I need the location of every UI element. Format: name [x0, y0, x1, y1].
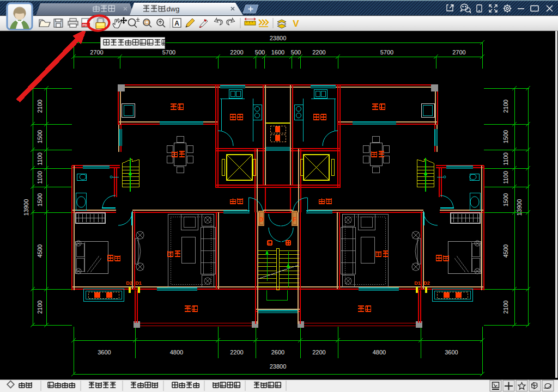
svg-text:500: 500: [255, 49, 265, 56]
svg-text:2100: 2100: [502, 100, 509, 113]
svg-text:F: F: [293, 216, 296, 223]
svg-text:5700: 5700: [162, 49, 175, 56]
svg-text:2600: 2600: [271, 349, 284, 356]
svg-text:1100: 1100: [502, 152, 509, 166]
svg-text:1100: 1100: [37, 171, 43, 184]
svg-text:4500: 4500: [37, 244, 43, 258]
svg-text:4500: 4500: [502, 244, 509, 258]
svg-text:13900: 13900: [516, 199, 523, 216]
svg-text:2100: 2100: [37, 100, 43, 113]
svg-text:D: D: [259, 216, 264, 223]
svg-text:1100: 1100: [37, 152, 43, 166]
svg-text:2700: 2700: [452, 49, 465, 56]
svg-text:3600: 3600: [445, 349, 458, 356]
svg-text:D2: D2: [423, 280, 430, 286]
svg-text:4800: 4800: [373, 349, 386, 356]
svg-text:2100: 2100: [37, 301, 43, 314]
svg-text:D1: D1: [135, 280, 142, 286]
svg-text:A: A: [174, 20, 179, 27]
svg-text:1600: 1600: [271, 49, 284, 56]
svg-text:2100: 2100: [502, 301, 509, 314]
svg-text:5700: 5700: [380, 49, 393, 56]
svg-text:2200: 2200: [312, 49, 325, 56]
svg-text:23800: 23800: [270, 35, 287, 41]
svg-text:23800: 23800: [270, 363, 287, 370]
svg-text:3600: 3600: [98, 349, 111, 356]
svg-text:D2: D2: [126, 280, 132, 286]
svg-text:2700: 2700: [90, 49, 103, 56]
svg-text:500: 500: [291, 49, 301, 56]
svg-text:2200: 2200: [312, 349, 325, 356]
svg-text:D1: D1: [414, 280, 421, 286]
svg-text:1500: 1500: [502, 130, 509, 143]
svg-text:4800: 4800: [170, 349, 183, 356]
svg-text:1500: 1500: [37, 193, 43, 206]
svg-text:13900: 13900: [23, 199, 29, 216]
svg-text:V: V: [293, 19, 299, 29]
svg-text:1500: 1500: [37, 130, 43, 143]
svg-text:.dwg: .dwg: [165, 5, 179, 13]
svg-text:2200: 2200: [230, 349, 243, 356]
svg-text:2200: 2200: [230, 49, 243, 56]
svg-text:1500: 1500: [502, 193, 509, 206]
svg-text:1100: 1100: [502, 171, 509, 184]
